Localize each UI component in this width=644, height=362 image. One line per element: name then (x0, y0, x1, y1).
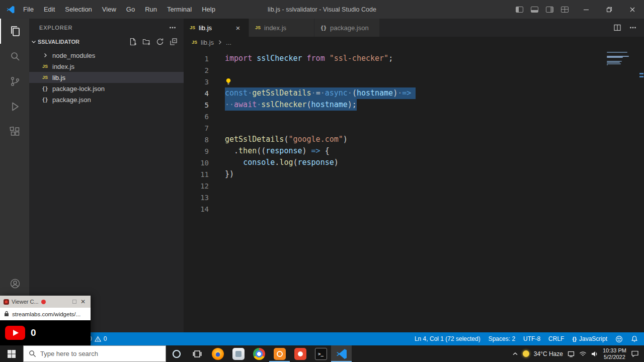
customize-layout-icon[interactable] (561, 7, 569, 13)
code-line[interactable]: 9 .then((response) => { (184, 145, 614, 157)
volume-icon[interactable] (591, 351, 598, 357)
breadcrumb[interactable]: JS lib.js ... (184, 37, 644, 48)
code-line[interactable]: 3 (184, 76, 614, 87)
toggle-panel-icon[interactable] (531, 7, 538, 13)
close-tab-icon[interactable]: × (233, 24, 243, 32)
taskbar-terminal[interactable] (310, 345, 331, 362)
breadcrumb-ellipsis[interactable]: ... (226, 39, 231, 46)
activity-run-debug[interactable] (0, 94, 29, 119)
activity-source-control[interactable] (0, 69, 29, 94)
refresh-icon[interactable] (156, 38, 164, 46)
activity-search[interactable] (0, 44, 29, 69)
restore-button[interactable] (598, 0, 621, 19)
tab-package.json[interactable]: {}package.json (314, 19, 380, 37)
display-tray-icon[interactable] (568, 350, 575, 357)
menu-help[interactable]: Help (197, 4, 220, 15)
tab-index.js[interactable]: JSindex.js (249, 19, 314, 37)
taskbar-app-orange[interactable] (269, 345, 290, 362)
start-button[interactable] (0, 345, 23, 362)
chrome-icon (253, 348, 265, 360)
eol-selector[interactable]: CRLF (548, 335, 564, 342)
split-editor-icon[interactable] (613, 24, 621, 32)
code-line[interactable]: 13 (184, 192, 614, 203)
code-line[interactable]: 12 (184, 180, 614, 192)
taskbar-app-gray[interactable] (228, 345, 249, 362)
code-text[interactable]: const·getSslDetails·=·async·(hostname)·=… (225, 87, 416, 99)
file-index.js[interactable]: JSindex.js (29, 61, 184, 72)
encoding[interactable]: UTF-8 (523, 335, 540, 342)
menu-go[interactable]: Go (121, 4, 140, 15)
code-text[interactable]: console.log(response) (225, 157, 339, 168)
menu-view[interactable]: View (97, 4, 121, 15)
file-package.json[interactable]: {}package.json (29, 94, 184, 105)
wifi-icon[interactable] (579, 351, 587, 357)
code-line[interactable]: 4const·getSslDetails·=·async·(hostname)·… (184, 87, 614, 99)
menu-file[interactable]: File (18, 4, 39, 15)
taskbar-firefox[interactable] (207, 345, 228, 362)
taskbar-chrome[interactable] (249, 345, 269, 362)
action-center-icon[interactable] (631, 350, 639, 357)
code-line[interactable]: 7 (184, 122, 614, 134)
code-line[interactable]: 10 console.log(response) (184, 157, 614, 168)
code-line[interactable]: 14 (184, 203, 614, 215)
lightbulb-icon[interactable] (225, 78, 232, 85)
close-button[interactable] (621, 0, 644, 19)
activity-extensions[interactable] (0, 119, 29, 144)
code-line[interactable]: 8getSslDetails("google.com") (184, 134, 614, 145)
code-text[interactable]: import sslChecker from "ssl-checker"; (225, 53, 393, 64)
code-line[interactable]: 5··await·sslChecker(hostname); (184, 99, 614, 111)
code-line[interactable]: 6 (184, 111, 614, 122)
minimize-button[interactable] (575, 0, 598, 19)
taskbar-clock[interactable]: 10:33 PM 5/2/2022 (603, 347, 626, 360)
indentation[interactable]: Spaces: 2 (489, 335, 515, 342)
file-package-lock.json[interactable]: {}package-lock.json (29, 83, 184, 94)
activity-explorer[interactable] (0, 19, 29, 44)
toggle-sidebar-icon[interactable] (516, 7, 523, 13)
taskbar-vscode[interactable] (331, 345, 352, 362)
code-area[interactable]: 1import sslChecker from "ssl-checker";23… (184, 48, 614, 332)
weather-text[interactable]: 34°C Haze (534, 350, 563, 357)
file-node_modules[interactable]: node_modules (29, 50, 184, 61)
tab-lib.js[interactable]: JSlib.js× (184, 19, 249, 37)
minimap[interactable] (607, 52, 630, 69)
code-text[interactable]: .then((response) => { (225, 145, 330, 157)
search-input[interactable] (40, 350, 151, 357)
code-text[interactable] (225, 76, 232, 87)
code-text[interactable]: getSslDetails("google.com") (225, 134, 348, 145)
file-lib.js[interactable]: JSlib.js (29, 72, 184, 83)
activity-account[interactable] (0, 271, 29, 296)
breadcrumb-file[interactable]: lib.js (201, 39, 214, 46)
code-line[interactable]: 2 (184, 64, 614, 76)
new-file-icon[interactable] (129, 38, 137, 46)
cursor-position[interactable]: Ln 4, Col 1 (72 selected) (415, 335, 480, 342)
viewer-close-button[interactable]: ✕ (79, 298, 87, 305)
menu-run[interactable]: Run (140, 4, 162, 15)
menu-selection[interactable]: Selection (60, 4, 97, 15)
sidebar-more-icon[interactable] (169, 24, 177, 32)
hidden-icons-chevron[interactable] (512, 352, 518, 356)
language-mode[interactable]: {}JavaScript (572, 335, 607, 342)
menu-terminal[interactable]: Terminal (162, 4, 197, 15)
toggle-secondary-sidebar-icon[interactable] (546, 7, 553, 13)
task-view-button[interactable] (187, 345, 207, 362)
menu-edit[interactable]: Edit (39, 4, 60, 15)
new-folder-icon[interactable] (142, 38, 150, 46)
viewer-address-bar[interactable]: streamlabs.com/widgets/... (0, 308, 91, 320)
code-text[interactable]: }) (225, 168, 234, 180)
taskbar-app-red[interactable] (290, 345, 310, 362)
viewer-url[interactable]: streamlabs.com/widgets/... (12, 311, 80, 317)
editor-more-icon[interactable] (629, 24, 637, 32)
notifications-icon[interactable] (631, 335, 638, 342)
line-number: 8 (184, 136, 209, 144)
viewer-maximize-button[interactable] (72, 300, 76, 304)
viewer-title-bar[interactable]: Viewer C... ✕ (0, 296, 91, 308)
code-line[interactable]: 1import sslChecker from "ssl-checker"; (184, 53, 614, 64)
collapse-folders-icon[interactable] (170, 38, 178, 46)
code-text[interactable]: ··await·sslChecker(hostname); (225, 99, 357, 111)
code-line[interactable]: 11}) (184, 168, 614, 180)
red-dot-icon (41, 300, 46, 304)
feedback-icon[interactable] (615, 335, 623, 343)
folder-section-header[interactable]: SSLVALIDATOR (29, 36, 184, 47)
cortana-button[interactable] (166, 345, 187, 362)
taskbar-search[interactable] (23, 345, 166, 362)
